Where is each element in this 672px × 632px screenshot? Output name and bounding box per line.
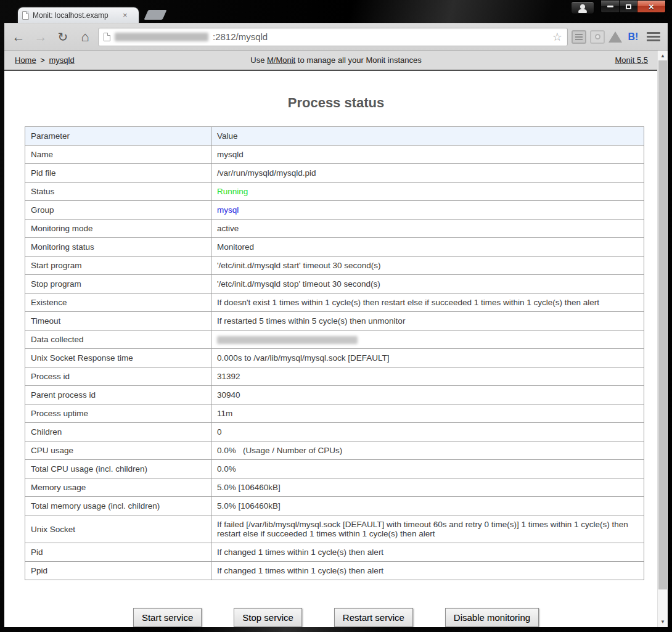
reload-icon[interactable]: ↻ — [54, 31, 72, 43]
param-cell: Total memory usage (incl. children) — [25, 497, 211, 515]
notes-extension-icon[interactable] — [572, 30, 586, 44]
person-icon — [580, 4, 585, 9]
menu-icon[interactable] — [647, 32, 660, 41]
param-cell: Pid file — [25, 164, 211, 183]
table-row: PpidIf changed 1 times within 1 cycle(s)… — [25, 562, 644, 580]
scrollbar-thumb[interactable] — [658, 60, 667, 589]
param-cell: Status — [25, 183, 211, 201]
drive-extension-icon[interactable] — [608, 31, 622, 43]
monit-version-link[interactable]: Monit 5.5 — [615, 55, 648, 65]
mmonit-link[interactable]: M/Monit — [267, 55, 295, 65]
scroll-up-icon[interactable]: ▲ — [658, 51, 668, 60]
restart-service-button[interactable]: Restart service — [334, 608, 413, 627]
breadcrumb-separator: > — [40, 55, 45, 65]
value-cell: If restarted 5 times within 5 cycle(s) t… — [211, 312, 644, 330]
param-cell: Monitoring mode — [25, 220, 211, 238]
stop-service-button[interactable]: Stop service — [234, 608, 302, 627]
breadcrumb-current-link[interactable]: mysqld — [49, 55, 75, 65]
scrollbar[interactable]: ▲ ▼ — [657, 51, 668, 627]
column-header-parameter: Parameter — [25, 127, 211, 146]
param-cell: Parent process id — [25, 386, 211, 404]
window-titlebar: Monit: localhost.examp × × — [4, 0, 668, 23]
value-cell: '/etc/init.d/mysqld start' timeout 30 se… — [211, 256, 644, 275]
table-row: Parent process id30940 — [25, 386, 644, 404]
browser-window: Monit: localhost.examp × × ← → ↻ ⌂ :2812… — [0, 0, 672, 632]
table-row: Process id31392 — [25, 367, 644, 386]
close-icon: × — [649, 2, 654, 11]
value-cell: 0.0% — [211, 460, 644, 478]
table-row: Data collected — [25, 330, 644, 349]
table-row: Total CPU usage (incl. children)0.0% — [25, 460, 644, 478]
scroll-down-icon[interactable]: ▼ — [658, 617, 668, 626]
new-tab-button[interactable] — [144, 10, 166, 20]
value-cell: If doesn't exist 1 times within 1 cycle(… — [211, 293, 644, 312]
redacted-address-block — [115, 33, 208, 41]
param-cell: Stop program — [25, 275, 211, 293]
disable-monitoring-button[interactable]: Disable monitoring — [445, 608, 539, 627]
table-header-row: Parameter Value — [25, 127, 644, 146]
table-row: Process uptime11m — [25, 404, 644, 423]
close-tab-icon[interactable]: × — [123, 11, 128, 19]
redacted-value-block — [217, 336, 358, 344]
table-row: PidIf changed 1 times within 1 cycle(s) … — [25, 543, 644, 562]
value-cell: mysql — [211, 201, 644, 220]
param-cell: Children — [25, 423, 211, 441]
param-cell: Existence — [25, 293, 211, 312]
param-cell: Process id — [25, 367, 211, 386]
bookmark-star-icon[interactable]: ☆ — [552, 30, 562, 44]
back-icon[interactable]: ← — [9, 30, 28, 43]
browser-tab[interactable]: Monit: localhost.examp × — [18, 7, 139, 23]
close-window-button[interactable]: × — [637, 1, 666, 13]
value-cell: /var/run/mysqld/mysqld.pid — [211, 164, 644, 183]
value-cell: 0 — [211, 423, 644, 441]
value-cell: mysqld — [211, 146, 644, 164]
table-row: Memory usage5.0% [106460kB] — [25, 478, 644, 497]
value-cell: 5.0% [106460kB] — [211, 478, 644, 497]
maximize-icon — [626, 4, 631, 9]
monit-header: Home > mysqld Use M/Monit to manage all … — [4, 51, 668, 71]
table-row: Groupmysql — [25, 201, 644, 220]
table-row: Start program'/etc/init.d/mysqld start' … — [25, 256, 644, 275]
hatena-bookmark-icon[interactable]: B! — [626, 30, 641, 44]
table-row: Unix SocketIf failed [/var/lib/mysql/mys… — [25, 515, 644, 543]
table-row: Monitoring modeactive — [25, 220, 644, 238]
param-cell: Ppid — [25, 562, 211, 580]
group-link[interactable]: mysql — [217, 205, 239, 215]
table-row: Stop program'/etc/init.d/mysqld stop' ti… — [25, 275, 644, 293]
param-cell: Data collected — [25, 330, 211, 349]
status-table-body: NamemysqldPid file/var/run/mysqld/mysqld… — [25, 146, 644, 580]
param-cell: CPU usage — [25, 441, 211, 460]
browser-toolbar: ← → ↻ ⌂ :2812/mysqld ☆ B! — [4, 23, 668, 51]
value-cell: 0.000s to /var/lib/mysql/mysql.sock [DEF… — [211, 349, 644, 367]
address-bar[interactable]: :2812/mysqld ☆ — [98, 28, 568, 46]
forward-icon[interactable]: → — [31, 30, 50, 43]
minimize-button[interactable] — [600, 1, 620, 13]
table-row: Children0 — [25, 423, 644, 441]
breadcrumb-home-link[interactable]: Home — [15, 55, 36, 65]
param-cell: Unix Socket Response time — [25, 349, 211, 367]
mmonit-message: Use M/Monit to manage all your Monit ins… — [4, 55, 668, 65]
profile-button[interactable] — [571, 1, 594, 14]
process-status-table: Parameter Value NamemysqldPid file/var/r… — [25, 126, 644, 580]
param-cell: Group — [25, 201, 211, 220]
breadcrumb: Home > mysqld — [15, 55, 75, 65]
param-cell: Pid — [25, 543, 211, 562]
value-cell: 5.0% [106460kB] — [211, 497, 644, 515]
table-row: Monitoring statusMonitored — [25, 238, 644, 256]
action-bar: Start serviceStop serviceRestart service… — [4, 608, 668, 627]
start-service-button[interactable]: Start service — [133, 608, 202, 627]
message-prefix: Use — [250, 55, 267, 65]
param-cell: Total CPU usage (incl. children) — [25, 460, 211, 478]
page-icon — [104, 33, 110, 41]
table-row: CPU usage0.0% (Usage / Number of CPUs) — [25, 441, 644, 460]
param-cell: Timeout — [25, 312, 211, 330]
value-cell: If changed 1 times within 1 cycle(s) the… — [211, 562, 644, 580]
value-cell: 11m — [211, 404, 644, 423]
value-cell: 30940 — [211, 386, 644, 404]
value-cell: 0.0% (Usage / Number of CPUs) — [211, 441, 644, 460]
maximize-button[interactable] — [620, 1, 637, 13]
camera-extension-icon[interactable] — [590, 30, 605, 44]
table-row: Total memory usage (incl. children)5.0% … — [25, 497, 644, 515]
home-icon[interactable]: ⌂ — [76, 30, 94, 44]
table-row: Unix Socket Response time0.000s to /var/… — [25, 349, 644, 367]
